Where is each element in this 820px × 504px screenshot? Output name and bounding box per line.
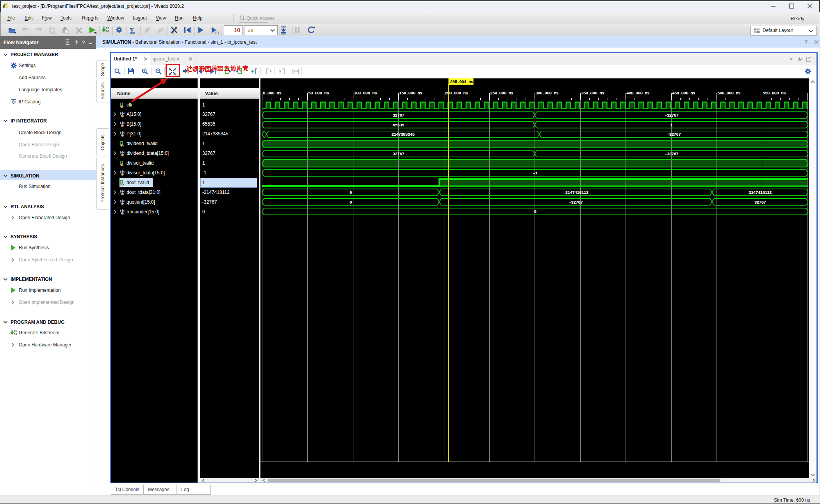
- svg-text:-32767: -32767: [665, 152, 679, 156]
- svg-text:300.000 ns: 300.000 ns: [535, 91, 558, 96]
- svg-text:350.000 ns: 350.000 ns: [581, 91, 604, 96]
- svg-text:65535: 65535: [392, 123, 405, 128]
- svg-text:?: ?: [790, 57, 793, 62]
- svg-text:?: ?: [82, 39, 85, 45]
- svg-text:0: 0: [349, 190, 352, 195]
- svg-text:2147418112: 2147418112: [749, 190, 772, 195]
- svg-text:250.000 ns: 250.000 ns: [490, 91, 513, 96]
- svg-text:50.000 ns: 50.000 ns: [308, 91, 329, 96]
- svg-text:-32767: -32767: [667, 132, 681, 137]
- svg-text:150.000 ns: 150.000 ns: [399, 91, 422, 96]
- svg-text:0.000 ns: 0.000 ns: [263, 91, 281, 96]
- svg-text:?: ?: [804, 39, 808, 45]
- svg-text:10: 10: [14, 333, 17, 335]
- svg-text:10: 10: [106, 30, 109, 33]
- svg-text:2147385345: 2147385345: [391, 132, 415, 137]
- svg-text:100.000 ns: 100.000 ns: [354, 91, 377, 96]
- svg-text:32767: 32767: [392, 152, 404, 156]
- svg-text:0: 0: [349, 200, 352, 205]
- svg-text:205.004 ns: 205.004 ns: [450, 80, 473, 84]
- svg-text:-1: -1: [533, 171, 538, 176]
- svg-text:-32767: -32767: [665, 113, 679, 118]
- svg-text:-32767: -32767: [569, 200, 583, 205]
- svg-text:Σ: Σ: [130, 26, 135, 35]
- svg-text:01: 01: [14, 330, 17, 332]
- svg-text:01: 01: [106, 27, 109, 30]
- svg-text:-2147418112: -2147418112: [563, 190, 588, 195]
- svg-text:32767: 32767: [754, 200, 766, 205]
- svg-text:450.000 ns: 450.000 ns: [672, 91, 695, 96]
- svg-text:(T): (T): [215, 31, 219, 34]
- svg-text:500.000 ns: 500.000 ns: [717, 91, 740, 96]
- svg-text:32767: 32767: [392, 113, 404, 118]
- svg-text:550.000 ns: 550.000 ns: [763, 91, 786, 96]
- svg-text:0: 0: [534, 209, 536, 214]
- svg-text:400.000 ns: 400.000 ns: [626, 91, 649, 96]
